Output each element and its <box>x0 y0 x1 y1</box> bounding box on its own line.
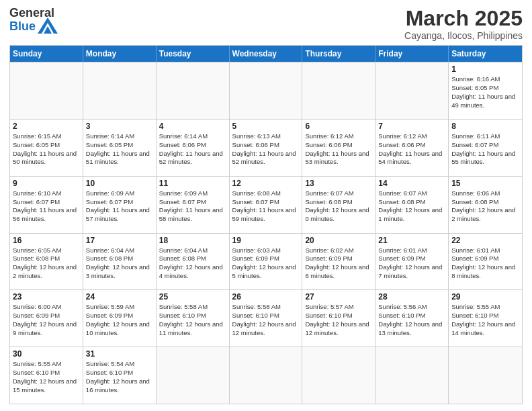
day-info: Sunrise: 5:55 AM Sunset: 6:10 PM Dayligh… <box>451 303 519 337</box>
day-info: Sunrise: 6:09 AM Sunset: 6:07 PM Dayligh… <box>159 189 226 224</box>
day-info: Sunrise: 6:00 AM Sunset: 6:09 PM Dayligh… <box>13 303 80 337</box>
day-number: 21 <box>378 236 445 245</box>
day-info: Sunrise: 6:07 AM Sunset: 6:08 PM Dayligh… <box>305 189 372 224</box>
cal-cell: 24Sunrise: 5:59 AM Sunset: 6:09 PM Dayli… <box>83 290 157 347</box>
cal-cell: 12Sunrise: 6:08 AM Sunset: 6:07 PM Dayli… <box>230 177 303 233</box>
day-info: Sunrise: 6:09 AM Sunset: 6:07 PM Dayligh… <box>86 189 153 224</box>
cal-cell: 14Sunrise: 6:07 AM Sunset: 6:08 PM Dayli… <box>375 177 449 233</box>
week-row-1: 2Sunrise: 6:15 AM Sunset: 6:05 PM Daylig… <box>10 119 522 176</box>
day-number: 19 <box>232 236 300 245</box>
day-number: 26 <box>232 292 300 302</box>
week-row-2: 9Sunrise: 6:10 AM Sunset: 6:07 PM Daylig… <box>10 176 522 233</box>
location: Cayanga, Ilocos, Philippines <box>404 30 523 41</box>
day-info: Sunrise: 6:12 AM Sunset: 6:06 PM Dayligh… <box>305 132 372 167</box>
header-day-monday: Monday <box>83 46 157 62</box>
day-number: 28 <box>378 292 445 302</box>
cal-cell <box>302 62 375 119</box>
day-info: Sunrise: 6:04 AM Sunset: 6:08 PM Dayligh… <box>86 246 153 281</box>
cal-cell: 17Sunrise: 6:04 AM Sunset: 6:08 PM Dayli… <box>83 234 157 290</box>
day-number: 6 <box>305 122 372 131</box>
day-number: 22 <box>451 236 519 245</box>
day-number: 31 <box>86 349 153 359</box>
header-day-friday: Friday <box>375 46 449 62</box>
day-info: Sunrise: 6:01 AM Sunset: 6:09 PM Dayligh… <box>378 246 445 281</box>
cal-cell <box>230 62 303 119</box>
cal-cell: 29Sunrise: 5:55 AM Sunset: 6:10 PM Dayli… <box>449 290 522 347</box>
day-info: Sunrise: 6:03 AM Sunset: 6:09 PM Dayligh… <box>232 246 300 281</box>
header-day-thursday: Thursday <box>302 46 375 62</box>
day-number: 9 <box>13 179 80 188</box>
cal-cell: 11Sunrise: 6:09 AM Sunset: 6:07 PM Dayli… <box>157 177 230 233</box>
day-number: 20 <box>305 236 372 245</box>
day-info: Sunrise: 5:55 AM Sunset: 6:10 PM Dayligh… <box>13 360 80 394</box>
month-year: March 2025 <box>404 7 523 30</box>
day-number: 12 <box>232 179 300 188</box>
day-number: 8 <box>451 122 519 131</box>
day-info: Sunrise: 6:14 AM Sunset: 6:05 PM Dayligh… <box>86 132 153 167</box>
day-info: Sunrise: 6:15 AM Sunset: 6:05 PM Dayligh… <box>13 132 80 167</box>
day-info: Sunrise: 6:13 AM Sunset: 6:06 PM Dayligh… <box>232 132 300 167</box>
cal-cell: 10Sunrise: 6:09 AM Sunset: 6:07 PM Dayli… <box>83 177 157 233</box>
day-number: 16 <box>13 236 80 245</box>
calendar-header: SundayMondayTuesdayWednesdayThursdayFrid… <box>10 46 522 62</box>
day-info: Sunrise: 6:10 AM Sunset: 6:07 PM Dayligh… <box>13 189 80 224</box>
cal-cell: 4Sunrise: 6:14 AM Sunset: 6:06 PM Daylig… <box>157 120 230 176</box>
day-info: Sunrise: 5:58 AM Sunset: 6:10 PM Dayligh… <box>232 303 300 337</box>
cal-cell: 19Sunrise: 6:03 AM Sunset: 6:09 PM Dayli… <box>230 234 303 290</box>
day-number: 13 <box>305 179 372 188</box>
day-info: Sunrise: 5:57 AM Sunset: 6:10 PM Dayligh… <box>305 303 372 337</box>
cal-cell <box>375 62 449 119</box>
cal-cell: 1Sunrise: 6:16 AM Sunset: 6:05 PM Daylig… <box>449 62 522 119</box>
cal-cell: 7Sunrise: 6:12 AM Sunset: 6:06 PM Daylig… <box>375 120 449 176</box>
cal-cell: 13Sunrise: 6:07 AM Sunset: 6:08 PM Dayli… <box>302 177 375 233</box>
cal-cell: 5Sunrise: 6:13 AM Sunset: 6:06 PM Daylig… <box>230 120 303 176</box>
day-number: 17 <box>86 236 153 245</box>
day-number: 10 <box>86 179 153 188</box>
week-row-3: 16Sunrise: 6:05 AM Sunset: 6:08 PM Dayli… <box>10 233 522 290</box>
week-row-4: 23Sunrise: 6:00 AM Sunset: 6:09 PM Dayli… <box>10 289 522 347</box>
day-number: 27 <box>305 292 372 302</box>
cal-cell <box>449 347 522 404</box>
day-number: 14 <box>378 179 445 188</box>
logo: General Blue <box>9 7 58 34</box>
cal-cell: 18Sunrise: 6:04 AM Sunset: 6:08 PM Dayli… <box>157 234 230 290</box>
week-row-5: 30Sunrise: 5:55 AM Sunset: 6:10 PM Dayli… <box>10 347 522 404</box>
day-number: 3 <box>86 122 153 131</box>
logo-blue: Blue <box>9 20 36 32</box>
cal-cell: 3Sunrise: 6:14 AM Sunset: 6:05 PM Daylig… <box>83 120 157 176</box>
day-info: Sunrise: 6:04 AM Sunset: 6:08 PM Dayligh… <box>159 246 226 281</box>
day-info: Sunrise: 5:56 AM Sunset: 6:10 PM Dayligh… <box>378 303 445 337</box>
cal-cell: 16Sunrise: 6:05 AM Sunset: 6:08 PM Dayli… <box>10 234 83 290</box>
logo-icon <box>38 17 58 34</box>
cal-cell: 26Sunrise: 5:58 AM Sunset: 6:10 PM Dayli… <box>230 290 303 347</box>
cal-cell: 28Sunrise: 5:56 AM Sunset: 6:10 PM Dayli… <box>375 290 449 347</box>
cal-cell <box>302 347 375 404</box>
cal-cell: 23Sunrise: 6:00 AM Sunset: 6:09 PM Dayli… <box>10 290 83 347</box>
cal-cell <box>375 347 449 404</box>
day-number: 29 <box>451 292 519 302</box>
day-info: Sunrise: 6:02 AM Sunset: 6:09 PM Dayligh… <box>305 246 372 281</box>
day-info: Sunrise: 5:58 AM Sunset: 6:10 PM Dayligh… <box>159 303 226 337</box>
header-day-saturday: Saturday <box>449 46 522 62</box>
header-day-sunday: Sunday <box>10 46 83 62</box>
day-number: 2 <box>13 122 80 131</box>
day-number: 4 <box>159 122 226 131</box>
day-info: Sunrise: 6:08 AM Sunset: 6:07 PM Dayligh… <box>232 189 300 224</box>
cal-cell: 22Sunrise: 6:01 AM Sunset: 6:09 PM Dayli… <box>449 234 522 290</box>
page: General Blue March 2025 Cayanga, Ilocos,… <box>0 0 532 411</box>
cal-cell: 27Sunrise: 5:57 AM Sunset: 6:10 PM Dayli… <box>302 290 375 347</box>
cal-cell <box>157 62 230 119</box>
day-info: Sunrise: 6:07 AM Sunset: 6:08 PM Dayligh… <box>378 189 445 224</box>
day-info: Sunrise: 5:59 AM Sunset: 6:09 PM Dayligh… <box>86 303 153 337</box>
calendar: SundayMondayTuesdayWednesdayThursdayFrid… <box>9 45 523 404</box>
day-info: Sunrise: 6:12 AM Sunset: 6:06 PM Dayligh… <box>378 132 445 167</box>
cal-cell <box>83 62 157 119</box>
day-number: 1 <box>451 64 519 74</box>
day-number: 5 <box>232 122 300 131</box>
cal-cell <box>230 347 303 404</box>
cal-cell <box>10 62 83 119</box>
day-number: 7 <box>378 122 445 131</box>
day-info: Sunrise: 6:11 AM Sunset: 6:07 PM Dayligh… <box>451 132 519 167</box>
day-number: 18 <box>159 236 226 245</box>
header-day-tuesday: Tuesday <box>157 46 230 62</box>
